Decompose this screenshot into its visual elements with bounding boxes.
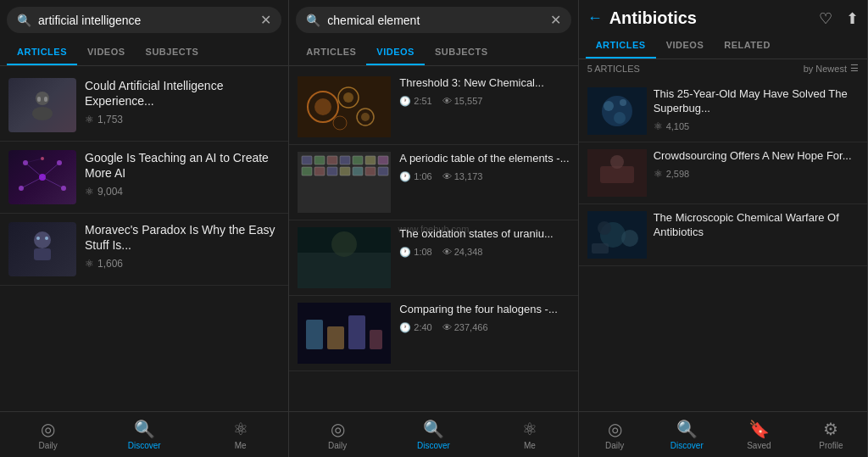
svg-point-60 xyxy=(621,230,638,247)
video-info: Threshold 3: New Chemical... 🕐 2:51 👁 15… xyxy=(399,76,569,107)
bottom-nav-2: ◎ Daily 🔍 Discover ⚛ Me xyxy=(289,411,577,457)
tab-articles-1[interactable]: ARTICLES xyxy=(7,40,77,65)
tabs-2: ARTICLES VIDEOS SUBJECTS xyxy=(289,40,577,66)
me-icon: ⚛ xyxy=(233,419,248,439)
search-input-1[interactable] xyxy=(38,14,253,27)
svg-rect-18 xyxy=(34,248,51,260)
article-info: The Microscopic Chemical Warfare Of Anti… xyxy=(654,211,859,244)
article-thumbnail xyxy=(8,150,76,204)
nav-discover-1[interactable]: 🔍 Discover xyxy=(96,415,192,454)
discover-icon-3: 🔍 xyxy=(676,419,698,439)
atom-icon: ⚛ xyxy=(654,168,663,180)
svg-rect-49 xyxy=(370,330,382,349)
svg-rect-36 xyxy=(314,167,325,176)
video-views: 👁 13,173 xyxy=(442,171,483,181)
list-item[interactable]: The oxidation states of uraniu... 🕐 1:08… xyxy=(289,220,577,296)
article-views: 9,004 xyxy=(97,186,123,198)
list-item[interactable]: This 25-Year-Old May Have Solved The Sup… xyxy=(579,81,867,142)
sort-button[interactable]: by Newest ☰ xyxy=(804,63,859,74)
article-info: Moravec's Paradox Is Why the Easy Stuff … xyxy=(85,222,280,270)
nav-me-2[interactable]: ⚛ Me xyxy=(481,415,577,454)
svg-rect-33 xyxy=(365,156,376,164)
svg-rect-28 xyxy=(302,156,312,164)
nav-discover-label: Discover xyxy=(128,441,161,450)
tab-articles-2[interactable]: ARTICLES xyxy=(296,40,366,65)
clock-icon: 🕐 xyxy=(399,171,411,182)
nav-saved-3[interactable]: 🔖 Saved xyxy=(723,415,795,454)
nav-daily-1[interactable]: ◎ Daily xyxy=(0,415,96,454)
list-item[interactable]: The Microscopic Chemical Warfare Of Anti… xyxy=(579,204,867,266)
search-bar-2[interactable]: 🔍 ✕ xyxy=(296,7,570,33)
articles-count-row: 5 ARTICLES by Newest ☰ xyxy=(579,59,867,77)
tab-subjects-2[interactable]: SUBJECTS xyxy=(425,40,498,65)
tab-videos-2[interactable]: VIDEOS xyxy=(366,40,425,65)
list-item[interactable]: Moravec's Paradox Is Why the Easy Stuff … xyxy=(0,214,288,286)
video-duration: 🕐 1:06 xyxy=(399,171,431,182)
svg-point-17 xyxy=(45,237,48,240)
svg-rect-41 xyxy=(378,167,388,176)
back-button[interactable]: ← xyxy=(587,9,603,27)
svg-point-21 xyxy=(314,98,331,115)
nav-discover-label-3: Discover xyxy=(670,441,704,450)
svg-line-10 xyxy=(25,163,42,177)
video-thumbnail xyxy=(298,152,391,213)
article-info: Google Is Teaching an AI to Create More … xyxy=(85,150,280,198)
list-item[interactable]: Google Is Teaching an AI to Create More … xyxy=(0,142,288,214)
daily-icon-3: ◎ xyxy=(608,419,622,439)
list-item[interactable]: Could Artificial Intelligence Experience… xyxy=(0,70,288,142)
svg-point-23 xyxy=(343,92,353,103)
svg-rect-39 xyxy=(353,167,363,176)
svg-rect-35 xyxy=(302,167,312,176)
tab-subjects-1[interactable]: SUBJECTS xyxy=(136,40,209,65)
article-title: Could Artificial Intelligence Experience… xyxy=(85,78,280,109)
nav-discover-2[interactable]: 🔍 Discover xyxy=(386,415,481,454)
tab-videos-1[interactable]: VIDEOS xyxy=(77,40,136,65)
favorite-icon[interactable]: ♡ xyxy=(819,9,832,28)
search-input-2[interactable] xyxy=(327,14,542,27)
share-icon[interactable]: ⬆ xyxy=(846,9,859,28)
article-list-1: Could Artificial Intelligence Experience… xyxy=(0,66,288,411)
svg-rect-46 xyxy=(306,320,323,349)
panel-antibiotics: ← Antibiotics ♡ ⬆ ARTICLES VIDEOS RELATE… xyxy=(579,0,868,457)
svg-point-25 xyxy=(361,113,370,121)
nav-daily-2[interactable]: ◎ Daily xyxy=(289,415,385,454)
svg-rect-43 xyxy=(298,253,391,288)
svg-rect-34 xyxy=(378,156,388,164)
clear-icon-1[interactable]: ✕ xyxy=(260,12,271,28)
clear-icon-2[interactable]: ✕ xyxy=(550,12,561,28)
nav-daily-label-3: Daily xyxy=(605,441,624,450)
list-item[interactable]: Comparing the four halogens -... 🕐 2:40 … xyxy=(289,296,577,371)
header-icons: ♡ ⬆ xyxy=(819,9,859,28)
tabs-3: ARTICLES VIDEOS RELATED xyxy=(579,33,867,59)
list-item[interactable]: Crowdsourcing Offers A New Hope For... ⚛… xyxy=(579,142,867,204)
clock-icon: 🕐 xyxy=(399,247,411,258)
video-title: The oxidation states of uraniu... xyxy=(399,227,569,242)
nav-daily-label-2: Daily xyxy=(328,441,347,450)
article-views: 1,753 xyxy=(97,114,123,125)
video-stats: 🕐 2:51 👁 15,557 xyxy=(399,96,569,107)
tab-articles-3[interactable]: ARTICLES xyxy=(586,33,656,59)
nav-discover-3[interactable]: 🔍 Discover xyxy=(651,415,723,454)
article-meta: ⚛ 9,004 xyxy=(85,186,280,198)
list-item[interactable]: A periodic table of the elements -... 🕐 … xyxy=(289,145,577,220)
video-thumbnail xyxy=(298,303,391,364)
eye-icon: 👁 xyxy=(442,171,452,181)
article-thumbnail xyxy=(587,211,647,259)
svg-point-52 xyxy=(604,101,614,111)
video-info: A periodic table of the elements -... 🕐 … xyxy=(399,152,569,182)
nav-daily-3[interactable]: ◎ Daily xyxy=(579,415,651,454)
svg-rect-30 xyxy=(327,156,337,164)
svg-line-13 xyxy=(42,177,64,188)
article-list-3: This 25-Year-Old May Have Solved The Sup… xyxy=(579,77,867,411)
list-item[interactable]: Threshold 3: New Chemical... 🕐 2:51 👁 15… xyxy=(289,70,577,145)
search-bar-1[interactable]: 🔍 ✕ xyxy=(7,7,281,33)
nav-profile-3[interactable]: ⚙ Profile xyxy=(795,415,867,454)
nav-me-label-2: Me xyxy=(524,441,536,450)
article-meta: ⚛ 1,606 xyxy=(85,258,280,270)
tab-related-3[interactable]: RELATED xyxy=(714,33,781,59)
svg-point-57 xyxy=(610,155,624,169)
nav-me-1[interactable]: ⚛ Me xyxy=(192,415,288,454)
tab-videos-3[interactable]: VIDEOS xyxy=(656,33,715,59)
atom-icon: ⚛ xyxy=(85,114,94,125)
svg-point-44 xyxy=(331,231,357,257)
